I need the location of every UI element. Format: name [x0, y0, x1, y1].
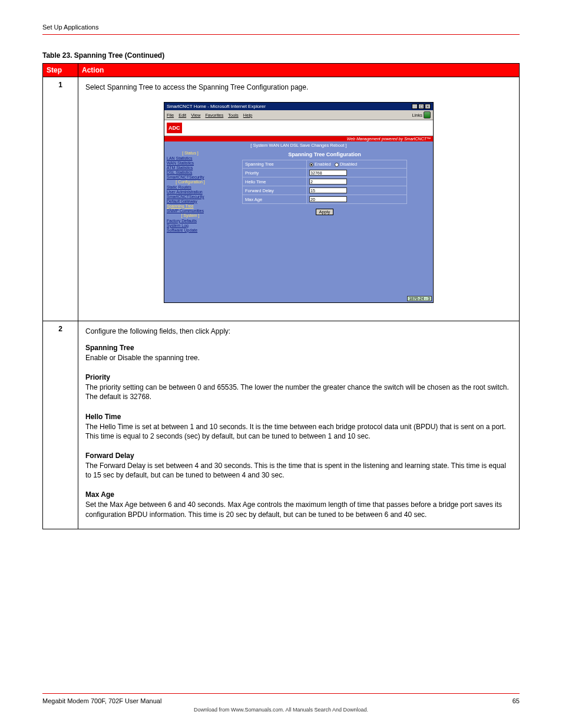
procedure-table: Step Action 1 Select Spanning Tree to ac… [42, 63, 520, 529]
cfg-label-max-age: Max Age [243, 195, 307, 204]
step-number: 1 [43, 77, 78, 321]
sidebar-item-snmp[interactable]: SNMP Communities [167, 208, 214, 213]
table-caption: Table 23. Spanning Tree (Continued) [42, 51, 520, 60]
screenshot-badge: 1870-24 - 3 [407, 296, 432, 301]
maximize-icon[interactable]: □ [418, 104, 424, 109]
row2-lead: Configure the following fields, then cli… [85, 327, 512, 335]
sidebar-item-user-admin[interactable]: User Administration [167, 189, 214, 194]
field-desc-priority: The priority setting can be between 0 an… [85, 383, 512, 401]
menu-tools[interactable]: Tools [228, 113, 239, 118]
menubar: File Edit View Favorites Tools Help Link… [164, 110, 433, 120]
sidebar-item-wan-statistics[interactable]: WAN Statistics [167, 160, 214, 165]
go-icon[interactable] [424, 111, 431, 118]
sidebar-item-factory-defaults[interactable]: Factory Defaults [167, 218, 214, 223]
field-desc-forward-delay: The Forward Delay is set between 4 and 3… [85, 461, 512, 480]
config-form: Spanning Tree Enabled Disabled [242, 160, 407, 204]
radio-disabled[interactable] [335, 163, 339, 167]
top-nav[interactable]: [ System WAN LAN DSL Save Changes Reboot… [164, 141, 433, 149]
content-title: Spanning Tree Configuration [224, 151, 425, 157]
field-name-hello-time: Hello Time [85, 413, 512, 421]
logo-strip: ADC [164, 120, 433, 136]
sidebar-config-header: [ Configuration ] [167, 179, 214, 185]
sidebar-item-system-log[interactable]: System Log [167, 223, 214, 228]
page-header: Set Up Applications [42, 24, 520, 51]
links-label: Links [412, 113, 422, 118]
cfg-label-priority: Priority [243, 169, 307, 177]
table-row: 2 Configure the following fields, then c… [43, 321, 520, 529]
footer-left: Megabit Modem 700F, 702F User Manual [42, 697, 161, 704]
sidebar-item-default-gateway[interactable]: Default Gateway [167, 199, 214, 203]
sidebar-item-lan-statistics[interactable]: LAN Statistics [167, 156, 214, 160]
sidebar-system-header: [ System ] [167, 213, 214, 218]
tagline: Web Management powered by SmartCNCT™ [164, 136, 433, 141]
radio-disabled-label: Disabled [340, 162, 357, 167]
field-name-spanning-tree: Spanning Tree [85, 344, 512, 352]
hello-time-field[interactable] [309, 179, 347, 185]
menu-file[interactable]: File [167, 113, 174, 118]
field-name-forward-delay: Forward Delay [85, 452, 512, 460]
sidebar-status-header: [ Status ] [167, 150, 214, 156]
step-number: 2 [43, 321, 78, 529]
adc-logo: ADC [167, 123, 182, 133]
window-titlebar: SmartCNCT Home - Microsoft Internet Expl… [164, 103, 433, 110]
footer-rule [42, 693, 520, 694]
menu-help[interactable]: Help [243, 113, 252, 118]
sidebar: [ Status ] LAN Statistics WAN Statistics… [164, 149, 216, 302]
minimize-icon[interactable]: _ [412, 104, 418, 109]
table-row: 1 Select Spanning Tree to access the Spa… [43, 77, 520, 321]
header-rule [42, 34, 520, 35]
sidebar-item-smartcnct-security-status[interactable]: SmartCNCTSecurity [167, 174, 214, 179]
window-title: SmartCNCT Home - Microsoft Internet Expl… [167, 104, 266, 109]
browser-window: SmartCNCT Home - Microsoft Internet Expl… [164, 102, 434, 303]
sidebar-item-dsl-statistics[interactable]: DSL Statistics [167, 170, 214, 174]
sidebar-item-software-update[interactable]: Software Update [167, 228, 214, 232]
footer-page-number: 65 [513, 697, 520, 704]
col-step: Step [43, 64, 78, 77]
field-name-priority: Priority [85, 373, 512, 381]
sidebar-item-static-routes[interactable]: Static Routes [167, 185, 214, 189]
page-footer: Megabit Modem 700F, 702F User Manual 65 … [42, 693, 520, 713]
apply-button[interactable]: Apply [316, 209, 334, 215]
max-age-field[interactable] [309, 196, 347, 202]
radio-enabled[interactable] [309, 163, 313, 167]
menubar-items: File Edit View Favorites Tools Help [167, 113, 256, 118]
cfg-label-forward-delay: Forward Delay [243, 186, 307, 195]
row1-lead: Select Spanning Tree to access the Spann… [85, 83, 512, 91]
col-action: Action [78, 64, 520, 77]
close-icon[interactable]: × [425, 104, 431, 109]
footer-legal: Download from Www.Somanuals.com. All Man… [42, 707, 520, 713]
cfg-label-spanning-tree: Spanning Tree [243, 160, 307, 169]
sidebar-item-atm-statistics[interactable]: ATM Statistics [167, 165, 214, 170]
field-name-max-age: Max Age [85, 490, 512, 499]
menu-favorites[interactable]: Favorites [205, 113, 223, 118]
menu-view[interactable]: View [191, 113, 200, 118]
forward-delay-field[interactable] [309, 187, 347, 193]
menu-edit[interactable]: Edit [178, 113, 186, 118]
field-desc-hello-time: The Hello Time is set at between 1 and 1… [85, 422, 512, 441]
cfg-label-hello-time: Hello Time [243, 177, 307, 186]
field-desc-max-age: Set the Max Age between 6 and 40 seconds… [85, 500, 512, 519]
priority-field[interactable] [309, 170, 347, 176]
sidebar-item-spanning-tree[interactable]: Spanning Tree [167, 203, 214, 208]
header-title: Set Up Applications [42, 24, 520, 31]
field-desc-spanning-tree: Enable or Disable the spanning tree. [85, 353, 512, 363]
sidebar-item-smartcnct-security-config[interactable]: SmartCNCTSecurity [167, 194, 214, 199]
radio-enabled-label: Enabled [315, 162, 331, 167]
